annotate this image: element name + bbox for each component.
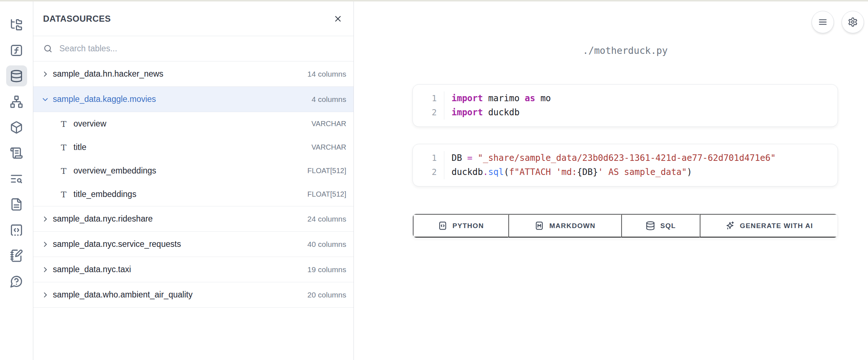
search-tables-input[interactable] (59, 44, 346, 53)
chevron-down-icon (42, 96, 49, 103)
code-cell[interactable]: 12DB = "_share/sample_data/23b0d623-1361… (412, 144, 838, 187)
rail-item-packages[interactable] (6, 117, 27, 138)
line-numbers: 12 (413, 151, 444, 179)
table-column-count: 24 columns (308, 215, 346, 223)
sparkles-icon (725, 221, 735, 231)
settings-button[interactable] (842, 11, 864, 33)
rail-item-help-chat[interactable] (6, 271, 27, 292)
table-name: sample_data.nyc.rideshare (53, 214, 153, 224)
table-name: sample_data.nyc.service_requests (53, 239, 181, 249)
code-token: DB (452, 153, 467, 163)
message-question-icon (10, 275, 23, 288)
close-panel-button[interactable] (333, 14, 343, 23)
chevron-right-icon (42, 266, 49, 273)
folder-tree-icon (10, 18, 23, 31)
rail-item-datasources[interactable] (6, 65, 27, 86)
chevron-right-icon (42, 215, 49, 223)
rail-item-search[interactable] (6, 168, 27, 189)
chevron-right-icon (42, 241, 49, 248)
rail-item-functions[interactable] (6, 40, 27, 61)
cell-editor[interactable]: import marimo as moimport duckdb (444, 91, 838, 120)
add-python-cell-button[interactable]: PYTHON (413, 214, 508, 237)
rail-item-snippets[interactable] (6, 219, 27, 240)
line-number: 2 (413, 106, 437, 120)
rail-item-file-explorer[interactable] (6, 14, 27, 35)
table-row[interactable]: sample_data.who.ambient_air_quality20 co… (33, 282, 353, 308)
line-number: 1 (413, 91, 437, 106)
code-token: ) (687, 167, 692, 177)
code-token: f"ATTACH 'md: (509, 167, 577, 177)
column-type: FLOAT[512] (308, 167, 346, 175)
menu-icon (818, 17, 828, 27)
code-token: {DB} (577, 167, 598, 177)
database-icon (10, 69, 23, 83)
code-token: "_share/sample_data/23b0d623-1361-421d-a… (478, 153, 776, 163)
column-type: VARCHAR (312, 143, 346, 151)
marimo-app-window: DATASOURCES sample_data.hn.hacker_news14… (0, 0, 868, 360)
code-line: DB = "_share/sample_data/23b0d623-1361-4… (452, 151, 838, 165)
search-icon (43, 44, 53, 53)
code-line: duckdb.sql(f"ATTACH 'md:{DB}' AS sample_… (452, 165, 838, 179)
code-token: ' AS sample_data" (598, 167, 687, 177)
table-search-bar (33, 36, 353, 61)
column-name: overview_embeddings (73, 166, 156, 176)
table-name: sample_data.nyc.taxi (53, 265, 131, 274)
settings-icon (848, 17, 858, 27)
code-token: ( (504, 167, 509, 177)
table-name: sample_data.who.ambient_air_quality (53, 290, 192, 300)
column-row[interactable]: TtitleVARCHAR (33, 136, 353, 159)
column-row[interactable]: ToverviewVARCHAR (33, 112, 353, 136)
datasources-panel: DATASOURCES sample_data.hn.hacker_news14… (33, 1, 354, 360)
line-number: 2 (413, 165, 437, 179)
text-type-icon: T (60, 119, 68, 129)
column-row[interactable]: Toverview_embeddingsFLOAT[512] (33, 159, 353, 183)
generate-with-ai-button[interactable]: GENERATE WITH AI (700, 214, 838, 237)
add-sql-cell-button[interactable]: SQL (621, 214, 700, 237)
code-token: marimo (483, 93, 525, 103)
rail-item-dependency-graph[interactable] (6, 91, 27, 112)
text-type-icon: T (60, 190, 68, 199)
add-cell-bar: PYTHONMARKDOWNSQLGENERATE WITH AI (412, 214, 838, 238)
table-row[interactable]: sample_data.nyc.rideshare24 columns (33, 206, 353, 232)
rail-item-scratchpad[interactable] (6, 245, 27, 266)
column-row[interactable]: Ttitle_embeddingsFLOAT[512] (33, 183, 353, 206)
cell-editor[interactable]: DB = "_share/sample_data/23b0d623-1361-4… (444, 151, 838, 179)
rail-item-documentation[interactable] (6, 194, 27, 215)
cell-inner: 12DB = "_share/sample_data/23b0d623-1361… (413, 151, 838, 179)
text-type-icon: T (60, 143, 68, 152)
markdown-icon (534, 221, 544, 231)
code-token: mo (535, 93, 551, 103)
code-token: . (483, 167, 488, 177)
code-line: import marimo as mo (452, 91, 838, 106)
column-type: VARCHAR (312, 120, 346, 128)
rail-item-logs[interactable] (6, 142, 27, 163)
table-row[interactable]: sample_data.nyc.service_requests40 colum… (33, 232, 353, 257)
code-cell[interactable]: 12import marimo as moimport duckdb (412, 84, 838, 127)
add-markdown-cell-button[interactable]: MARKDOWN (508, 214, 621, 237)
add-cell-label: SQL (660, 222, 676, 230)
table-row[interactable]: sample_data.nyc.taxi19 columns (33, 257, 353, 282)
chevron-right-icon (42, 70, 49, 78)
table-column-count: 14 columns (308, 70, 346, 78)
function-square-icon (10, 44, 23, 57)
chevron (42, 70, 49, 78)
chevron (42, 241, 49, 248)
chevron-right-icon (42, 291, 49, 299)
chevron (42, 96, 49, 103)
table-name: sample_data.kaggle.movies (53, 94, 156, 104)
chevron (42, 291, 49, 299)
scroll-text-icon (10, 146, 23, 160)
code-square-dashed-icon (10, 223, 23, 237)
text-type-icon: T (60, 166, 68, 176)
table-column-count: 19 columns (308, 265, 346, 274)
notebook-menu-button[interactable] (812, 11, 834, 33)
code-line: import duckdb (452, 106, 838, 120)
table-row[interactable]: sample_data.hn.hacker_news14 columns (33, 61, 353, 87)
code-token: import (452, 107, 483, 117)
line-numbers: 12 (413, 91, 444, 120)
table-row[interactable]: sample_data.kaggle.movies4 columns (33, 87, 353, 112)
network-icon (10, 95, 23, 108)
cell-inner: 12import marimo as moimport duckdb (413, 91, 838, 120)
add-cell-label: MARKDOWN (549, 222, 596, 230)
column-type: FLOAT[512] (308, 190, 346, 198)
